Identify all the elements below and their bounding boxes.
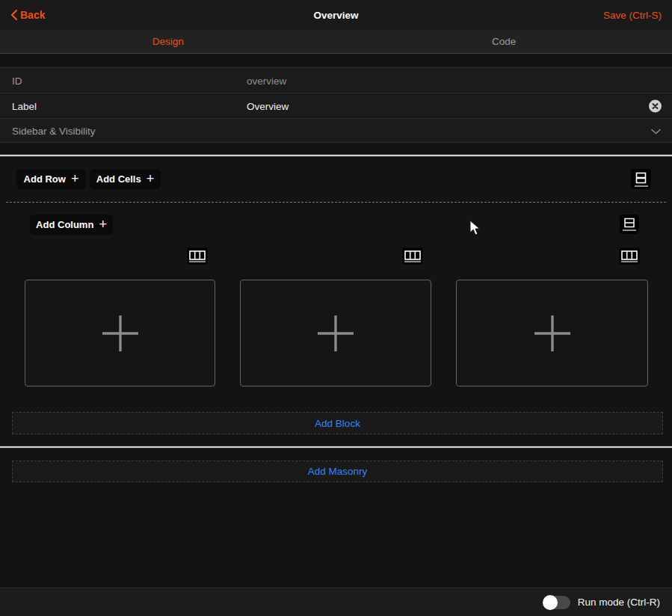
save-button[interactable]: Save (Ctrl-S) [603, 0, 662, 30]
plus-icon: + [147, 172, 155, 185]
plus-icon [102, 315, 138, 351]
three-columns-icon [189, 250, 206, 260]
bottom-bar: Run mode (Ctrl-R) [0, 588, 672, 616]
add-column-label: Add Column [36, 219, 93, 230]
row-split-icon [623, 218, 635, 229]
icon-underline [404, 261, 421, 262]
page-editor: Back Overview Save (Ctrl-S) Design Code … [0, 0, 672, 616]
icon-underline [621, 261, 638, 262]
sidebar-visibility-row[interactable]: Sidebar & Visibility [0, 119, 672, 143]
icon-underline [635, 185, 648, 187]
section-splitter-bottom[interactable] [0, 446, 672, 448]
top-bar: Back Overview Save (Ctrl-S) [0, 0, 672, 30]
toggle-knob [543, 595, 558, 610]
add-block-button[interactable]: Add Block [12, 412, 663, 434]
row-layout-button[interactable] [631, 169, 651, 189]
id-value: overview [247, 75, 286, 86]
add-row-label: Add Row [24, 173, 66, 185]
plus-icon: + [99, 218, 107, 231]
add-masonry-button[interactable]: Add Masonry [12, 461, 663, 482]
section-splitter-top[interactable] [0, 155, 672, 156]
label-label: Label [12, 100, 37, 111]
cell-placeholder-3[interactable] [456, 280, 648, 386]
run-mode-toggle[interactable] [543, 596, 570, 609]
row-split-button[interactable] [620, 215, 639, 234]
cell-3-columns-button[interactable] [619, 247, 640, 265]
tab-bar: Design Code [0, 30, 672, 54]
stacked-rows-icon [635, 172, 647, 185]
page-properties-form: ID overview Label Overview Sidebar & Vis… [0, 67, 672, 143]
tab-design[interactable]: Design [0, 30, 336, 53]
chevron-down-icon [651, 124, 661, 138]
sidebar-visibility-label: Sidebar & Visibility [12, 125, 96, 136]
icon-underline [189, 261, 206, 262]
clear-label-button[interactable] [649, 99, 662, 112]
row-separator [6, 202, 666, 203]
add-column-button[interactable]: Add Column + [30, 215, 113, 235]
mouse-cursor-icon [469, 220, 481, 236]
tab-code[interactable]: Code [336, 30, 672, 53]
icon-underline [623, 230, 636, 231]
run-mode-label: Run mode (Ctrl-R) [578, 597, 660, 608]
cell-placeholder-2[interactable] [240, 280, 431, 386]
label-input[interactable]: Overview [247, 100, 289, 111]
cell-placeholder-1[interactable] [25, 280, 215, 386]
x-icon [652, 102, 659, 109]
plus-icon [534, 315, 570, 351]
plus-icon [318, 315, 354, 351]
page-title: Overview [0, 0, 672, 30]
plus-icon: + [71, 172, 79, 185]
three-columns-icon [621, 250, 638, 260]
label-row: Label Overview [0, 93, 672, 119]
three-columns-icon [404, 250, 421, 260]
id-label: ID [12, 75, 22, 86]
add-row-button[interactable]: Add Row + [16, 169, 86, 189]
cell-2-columns-button[interactable] [402, 247, 423, 265]
add-cells-label: Add Cells [96, 173, 141, 185]
id-row: ID overview [0, 68, 672, 93]
cell-1-columns-button[interactable] [187, 247, 208, 265]
add-cells-button[interactable]: Add Cells + [90, 169, 161, 189]
